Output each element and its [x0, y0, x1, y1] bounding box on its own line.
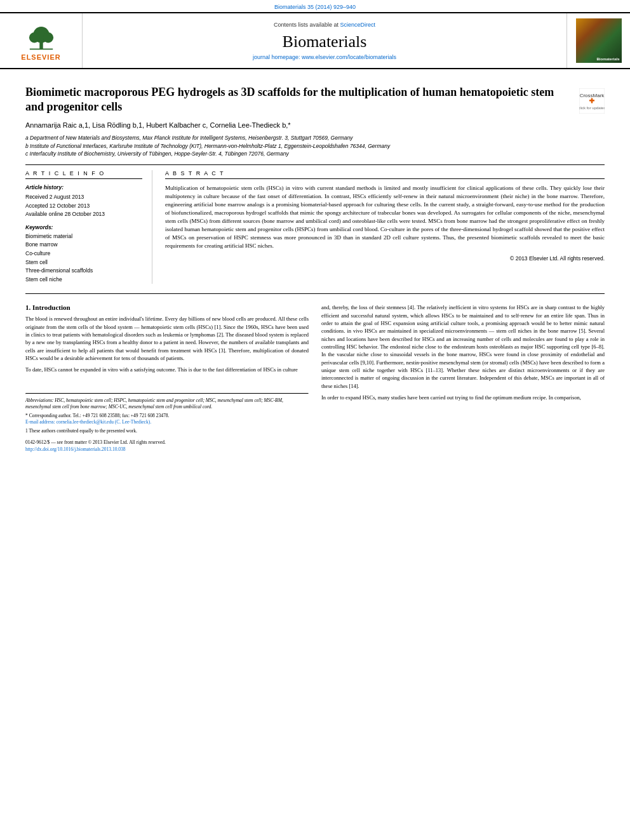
keyword-4: Stem cell — [25, 258, 142, 267]
footer-divider — [25, 393, 309, 394]
corresponding-author-note: * Corresponding author. Tel.: +49 721 60… — [25, 413, 309, 420]
history-label: Article history: — [25, 184, 142, 190]
affiliations: a Department of New Materials and Biosys… — [25, 134, 605, 158]
doi-line: http://dx.doi.org/10.1016/j.biomaterials… — [25, 446, 309, 453]
divider-2 — [25, 293, 605, 294]
intro-para-2: To date, HSCs cannot be expanded in vitr… — [25, 366, 309, 373]
footer-area: Abbreviations: HSC, hematopoietic stem c… — [25, 393, 309, 453]
abstract-text: Multiplication of hematopoietic stem cel… — [165, 184, 605, 250]
journal-citation-bar: Biomaterials 35 (2014) 929–940 — [0, 0, 630, 12]
cover-label: Biomaterials — [596, 57, 619, 61]
received-date: Received 2 August 2013 — [25, 193, 142, 202]
elsevier-logo: ELSEVIER — [21, 20, 60, 61]
sciencedirect-line: Contents lists available at ScienceDirec… — [274, 22, 375, 28]
journal-citation: Biomaterials 35 (2014) 929–940 — [274, 4, 356, 10]
body-columns: 1. Introduction The blood is renewed thr… — [25, 303, 605, 453]
section-title-text: Introduction — [32, 303, 70, 311]
affiliation-a: a Department of New Materials and Biosys… — [25, 134, 605, 142]
article-title-section: Biomimetic macroporous PEG hydrogels as … — [25, 76, 605, 121]
journal-name-header: Biomaterials — [283, 32, 367, 51]
article-content: Biomimetic macroporous PEG hydrogels as … — [0, 69, 630, 459]
affiliation-b: b Institute of Functional Interfaces, Ka… — [25, 142, 605, 150]
journal-title-area: Contents lists available at ScienceDirec… — [83, 13, 566, 68]
authors-text: Annamarija Raic a,1, Lisa Rödling b,1, H… — [25, 121, 291, 129]
svg-point-4 — [43, 32, 53, 43]
abstract-column: A B S T R A C T Multiplication of hemato… — [165, 170, 605, 284]
equal-contrib-note: 1 These authors contributed equally to t… — [25, 428, 309, 435]
divider — [25, 164, 605, 165]
svg-text:CrossMark: CrossMark — [580, 93, 605, 98]
keyword-1: Biomimetic material — [25, 232, 142, 241]
footer-dois: 0142-9612/$ — see front matter © 2013 El… — [25, 439, 309, 453]
homepage-text: journal homepage: www.elsevier.com/locat… — [253, 54, 396, 60]
intro-para-2-text: To date, HSCs cannot be expanded in vitr… — [25, 366, 298, 373]
footer-notes: Abbreviations: HSC, hematopoietic stem c… — [25, 397, 309, 435]
keyword-2: Bone marrow — [25, 241, 142, 250]
sciencedirect-prefix: Contents lists available at — [274, 22, 338, 28]
article-info-header: A R T I C L E I N F O — [25, 170, 142, 179]
available-date: Available online 28 October 2013 — [25, 210, 142, 219]
keyword-3: Co-culture — [25, 250, 142, 258]
journal-homepage: journal homepage: www.elsevier.com/locat… — [253, 54, 396, 60]
elsevier-logo-container: ELSEVIER — [0, 13, 83, 68]
journal-header: ELSEVIER Contents lists available at Sci… — [0, 12, 630, 69]
info-abstract-columns: A R T I C L E I N F O Article history: R… — [25, 170, 605, 284]
sciencedirect-link: ScienceDirect — [340, 22, 376, 28]
section-number: 1. — [25, 303, 30, 311]
svg-point-3 — [29, 32, 39, 43]
right-para-1: and, thereby, the loss of their stemness… — [321, 303, 605, 389]
svg-text:click for updates: click for updates — [579, 106, 605, 110]
keyword-5: Three-dimensional scaffolds — [25, 267, 142, 276]
email-address: E-mail address: cornelia.lee-thedieck@ki… — [25, 419, 309, 426]
elsevier-tree-icon — [22, 20, 60, 52]
keywords-label: Keywords: — [25, 224, 142, 230]
biomaterials-cover-image: Biomaterials — [576, 18, 622, 63]
copyright-line: © 2013 Elsevier Ltd. All rights reserved… — [165, 255, 605, 262]
doi-link[interactable]: http://dx.doi.org/10.1016/j.biomaterials… — [25, 446, 126, 452]
issn-line: 0142-9612/$ — see front matter © 2013 El… — [25, 439, 309, 446]
page: Biomaterials 35 (2014) 929–940 ELSEVI — [0, 0, 630, 840]
article-title: Biomimetic macroporous PEG hydrogels as … — [25, 85, 570, 115]
article-info-column: A R T I C L E I N F O Article history: R… — [25, 170, 152, 284]
intro-title: 1. Introduction — [25, 303, 309, 311]
body-right-column: and, thereby, the loss of their stemness… — [321, 303, 605, 453]
keyword-6: Stem cell niche — [25, 276, 142, 284]
authors-line: Annamarija Raic a,1, Lisa Rödling b,1, H… — [25, 121, 605, 129]
svg-rect-9 — [591, 98, 593, 103]
abstract-header: A B S T R A C T — [165, 170, 605, 179]
elsevier-brand-text: ELSEVIER — [21, 53, 60, 61]
abbreviations: Abbreviations: HSC, hematopoietic stem c… — [25, 397, 309, 411]
affiliation-c: c Interfaculty Institute of Biochemistry… — [25, 150, 605, 158]
journal-cover-area: Biomaterials — [566, 13, 630, 68]
right-para-2: In order to expand HSCs, many studies ha… — [321, 394, 605, 401]
accepted-date: Accepted 12 October 2013 — [25, 202, 142, 211]
intro-para-1: The blood is renewed throughout an entir… — [25, 315, 309, 362]
body-left-column: 1. Introduction The blood is renewed thr… — [25, 303, 309, 453]
crossmark-icon: CrossMark click for updates — [579, 88, 605, 114]
